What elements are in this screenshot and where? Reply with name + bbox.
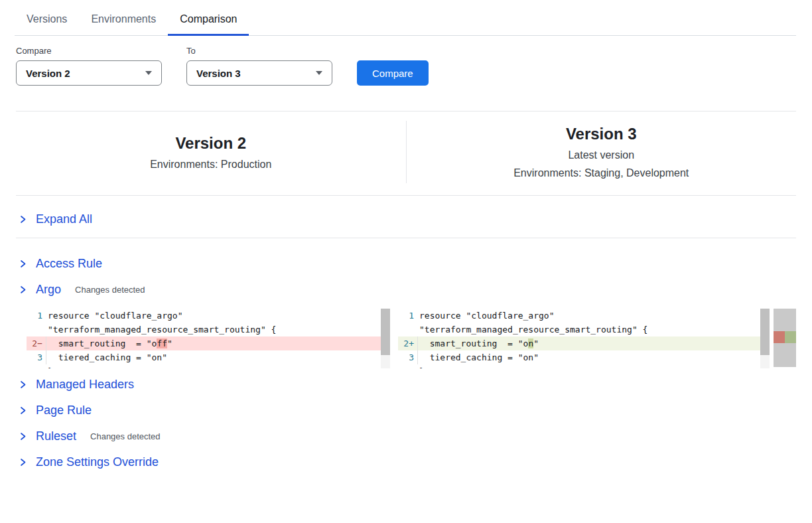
compare-button[interactable]: Compare [357,60,429,86]
diff-line: 1 resource "cloudflare_argo" [27,309,390,323]
chevron-down-icon [145,71,152,75]
scrollbar-thumb[interactable] [381,309,390,355]
diff-line: } [27,364,390,368]
tab-comparison[interactable]: Comparison [168,12,249,36]
line-number: 1 [398,309,418,323]
to-version-select[interactable]: Version 3 [186,60,332,86]
tab-bar: Versions Environments Comparison [15,0,796,36]
code-text: "terraform_managed_resource_smart_routin… [418,323,647,336]
line-number: 1 [27,309,46,323]
chevron-right-icon [19,458,27,467]
added-marker [785,331,796,343]
diff-line: "terraform_managed_resource_smart_routin… [27,323,390,336]
chevron-right-icon [19,215,27,224]
code-text: resource "cloudflare_argo" [418,309,555,323]
diff-line: 3 tiered_caching = "on" [398,350,770,364]
diff-overview-ruler[interactable] [774,309,796,367]
code-text: } [418,364,425,368]
diff-line-added: 2+ smart_routing = "on" [398,336,770,350]
tab-environments[interactable]: Environments [79,12,168,36]
compare-version-select[interactable]: Version 2 [16,60,162,86]
diff-line: } [398,364,770,368]
indent-guide [417,336,418,350]
to-field: To Version 3 [186,46,332,86]
code-text: smart_routing = "on" [418,336,539,350]
line-number: 2+ [398,336,418,350]
code-text: smart_routing = "off" [46,336,172,350]
section-label: Zone Settings Override [36,455,159,469]
indent-guide [417,350,418,364]
to-label: To [186,46,332,56]
code-text: } [46,364,53,368]
expand-all-button[interactable]: Expand All [16,196,796,238]
compare-version-value: Version 2 [26,68,70,79]
indent-guide [46,350,46,364]
compare-label: Compare [16,46,162,56]
line-number: 2− [27,336,46,350]
diff-line: "terraform_managed_resource_smart_routin… [398,323,770,336]
section-ruleset[interactable]: Ruleset Changes detected [16,429,796,443]
section-managed-headers[interactable]: Managed Headers [16,378,796,392]
code-text: tiered_caching = "on" [418,350,539,364]
section-access-rule[interactable]: Access Rule [16,257,796,271]
to-version-value: Version 3 [196,68,241,79]
resource-sections: Access Rule Argo Changes detected 1 reso… [16,238,796,469]
chevron-right-icon [19,260,27,268]
section-label: Access Rule [36,257,102,271]
right-version-subtitle: Latest version [568,149,634,161]
line-number [27,323,46,336]
code-text: resource "cloudflare_argo" [46,309,183,323]
removed-chars: ff [157,338,167,348]
changes-detected-badge: Changes detected [75,285,145,295]
left-version-environments: Environments: Production [150,159,271,171]
chevron-right-icon [19,406,27,415]
left-version-header: Version 2 Environments: Production [16,121,407,183]
diff-line: 3 tiered_caching = "on" [27,350,390,364]
code-text: tiered_caching = "on" [46,350,167,364]
indent-guide [46,336,46,350]
changes-detected-badge: Changes detected [90,431,161,441]
tab-versions[interactable]: Versions [15,12,79,36]
chevron-down-icon [316,71,322,75]
diff-line-removed: 2− smart_routing = "off" [27,336,390,350]
section-zone-settings-override[interactable]: Zone Settings Override [16,455,796,469]
diff-right-editor: 1 resource "cloudflare_argo" "terraform_… [398,309,770,368]
right-version-environments: Environments: Staging, Development [513,167,689,179]
expand-all-label: Expand All [36,212,92,226]
line-number [398,364,418,368]
chevron-right-icon [19,432,27,441]
code-text: "terraform_managed_resource_smart_routin… [46,323,276,336]
line-number: 3 [398,350,418,364]
section-label: Managed Headers [36,378,134,392]
section-label: Page Rule [36,404,92,417]
section-label: Argo [36,283,61,297]
version-headers: Version 2 Environments: Production Versi… [16,112,796,195]
line-number [27,364,46,368]
comparison-page: Versions Environments Comparison Compare… [0,0,812,523]
chevron-right-icon [19,380,27,389]
right-version-title: Version 3 [566,125,637,143]
section-argo[interactable]: Argo Changes detected [16,283,796,297]
compare-field: Compare Version 2 [16,46,162,86]
compare-form: Compare Version 2 To Version 3 Compare [16,46,796,86]
line-number: 3 [27,350,46,364]
section-page-rule[interactable]: Page Rule [16,404,796,417]
chevron-right-icon [19,285,27,294]
diff-left-editor: 1 resource "cloudflare_argo" "terraform_… [27,309,390,368]
diff-line: 1 resource "cloudflare_argo" [398,309,770,323]
left-version-title: Version 2 [175,134,246,153]
line-number [398,323,418,336]
argo-diff-viewer: 1 resource "cloudflare_argo" "terraform_… [27,309,796,368]
removed-marker [774,331,785,343]
section-label: Ruleset [36,429,76,443]
scrollbar-thumb[interactable] [760,309,770,355]
right-version-header: Version 3 Latest version Environments: S… [407,121,797,183]
